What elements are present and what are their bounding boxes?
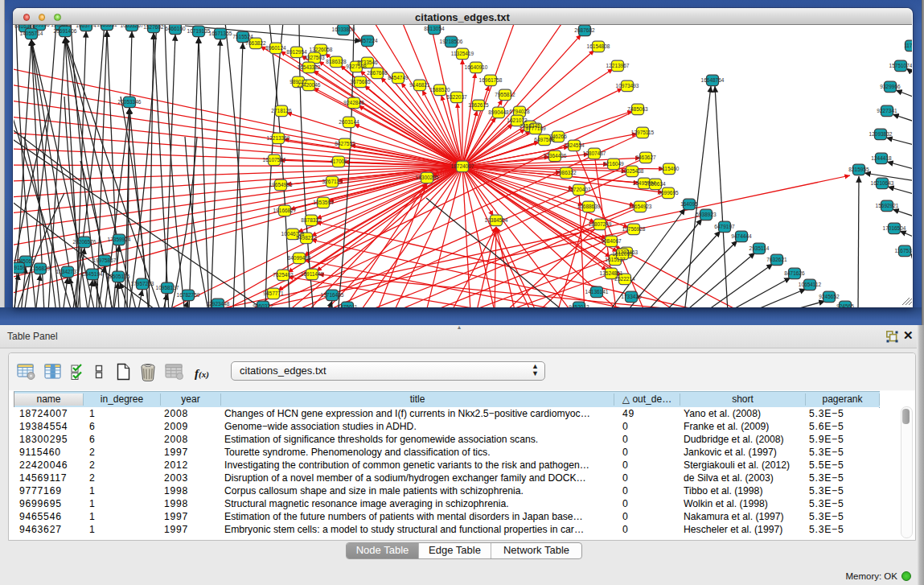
svg-text:11325419: 11325419 [451,51,474,56]
svg-text:8475011: 8475011 [338,304,358,307]
svg-text:18724007: 18724007 [451,163,474,169]
svg-text:7632621: 7632621 [766,257,787,262]
svg-text:19384554: 19384554 [485,217,508,223]
svg-text:16107554: 16107554 [263,157,286,163]
svg-text:2935114: 2935114 [749,245,770,251]
svg-text:1353594: 1353594 [313,200,334,205]
svg-text:12213967: 12213967 [606,63,630,68]
svg-text:12975115: 12975115 [631,130,655,135]
svg-text:8878332: 8878332 [301,217,322,223]
svg-text:6466160: 6466160 [165,26,186,31]
svg-text:84099488: 84099488 [288,255,311,261]
svg-text:7485063: 7485063 [627,106,648,112]
svg-text:9146821: 9146821 [409,82,430,88]
svg-text:17359924: 17359924 [108,237,131,242]
svg-text:10719135: 10719135 [187,28,211,34]
svg-text:9777169: 9777169 [525,126,546,131]
svg-text:8471626: 8471626 [784,270,805,276]
svg-text:1588520: 1588520 [429,87,450,93]
svg-text:8960124: 8960124 [265,45,286,51]
svg-text:10046728: 10046728 [281,231,305,237]
svg-text:1621072: 1621072 [507,117,528,123]
svg-text:18300295: 18300295 [416,175,439,180]
svg-text:11751: 11751 [904,43,912,48]
svg-text:19654923: 19654923 [629,204,652,209]
svg-text:164095: 164095 [680,201,698,207]
svg-text:9860372: 9860372 [253,303,273,307]
svg-text:12505135: 12505135 [107,274,130,279]
svg-text:1167533: 1167533 [895,248,912,253]
svg-text:20364436: 20364436 [544,153,567,159]
svg-text:10653267: 10653267 [121,25,144,28]
svg-text:10025438: 10025438 [621,168,644,174]
svg-text:15716485: 15716485 [321,292,344,298]
svg-text:7515524: 7515524 [232,34,253,39]
svg-text:6794028: 6794028 [509,109,530,114]
svg-text:445061: 445061 [17,258,35,264]
svg-text:1063531: 1063531 [97,25,117,27]
svg-text:14055714: 14055714 [20,31,43,36]
svg-text:9245652: 9245652 [819,294,840,299]
svg-text:10973493: 10973493 [616,83,639,89]
svg-text:9699695: 9699695 [658,190,679,196]
svg-text:22420046: 22420046 [298,82,321,88]
svg-text:7357224: 7357224 [357,38,378,43]
svg-text:16033809: 16033809 [332,27,355,32]
svg-text:9457771: 9457771 [263,290,284,296]
svg-text:9452012: 9452012 [569,304,589,307]
svg-text:7955812: 7955812 [495,92,515,97]
svg-text:16671355: 16671355 [209,31,232,36]
svg-text:1063774: 1063774 [76,25,97,28]
svg-text:14136141: 14136141 [585,289,609,295]
svg-text:10654112: 10654112 [799,282,822,287]
svg-text:16961758: 16961758 [479,77,503,83]
svg-text:2867608: 2867608 [367,70,388,76]
svg-text:8215955: 8215955 [848,167,869,172]
svg-text:8454749: 8454749 [388,75,409,80]
svg-text:8912954: 8912954 [286,49,307,55]
svg-text:8427552: 8427552 [335,141,355,146]
svg-text:16210643: 16210643 [871,180,894,186]
svg-text:2687682: 2687682 [574,27,595,33]
svg-text:9329966: 9329966 [880,84,901,89]
svg-text:12093832: 12093832 [869,131,893,137]
svg-text:8733546: 8733546 [357,60,378,65]
svg-text:16640910: 16640910 [465,64,488,70]
svg-text:20053346: 20053346 [118,99,142,105]
svg-text:13524851: 13524851 [600,270,623,276]
svg-text:17957253: 17957253 [131,281,154,286]
svg-text:9084067: 9084067 [601,238,622,244]
svg-text:8186328: 8186328 [326,59,347,64]
svg-text:15692921: 15692921 [876,203,899,208]
svg-text:746266: 746266 [549,134,567,139]
svg-text:3267110: 3267110 [322,179,343,184]
svg-text:16648764: 16648764 [701,77,725,83]
svg-text:7625402: 7625402 [273,272,294,278]
svg-text:6479197: 6479197 [714,224,735,229]
svg-text:7663822: 7663822 [245,40,266,46]
svg-text:19654983: 19654983 [269,182,293,187]
svg-text:39159: 39159 [14,265,26,270]
svg-text:3824554: 3824554 [564,142,585,148]
svg-text:19218506: 19218506 [440,39,463,44]
svg-text:1905814: 1905814 [51,25,72,27]
svg-text:2603144: 2603144 [339,119,359,125]
svg-text:15751074: 15751074 [889,63,912,68]
svg-text:1244418: 1244418 [871,155,892,161]
svg-text:16911449: 16911449 [301,271,324,277]
svg-text:1362615: 1362615 [468,102,489,108]
svg-text:12342737: 12342737 [56,269,80,274]
svg-text:9242848: 9242848 [343,100,364,105]
svg-text:10807487: 10807487 [583,150,606,156]
svg-text:16154808: 16154808 [587,43,610,49]
svg-text:7986322: 7986322 [556,170,577,175]
svg-text:1733426: 1733426 [621,294,642,299]
svg-text:924565: 924565 [836,303,854,307]
svg-text:10958137: 10958137 [156,285,179,290]
svg-text:15720407: 15720407 [568,187,591,192]
svg-text:19975867: 19975867 [93,257,117,263]
svg-text:3675685: 3675685 [350,79,371,84]
svg-text:1615137: 1615137 [605,257,626,262]
svg-text:20206576: 20206576 [73,239,97,245]
svg-text:17016504: 17016504 [883,225,906,231]
